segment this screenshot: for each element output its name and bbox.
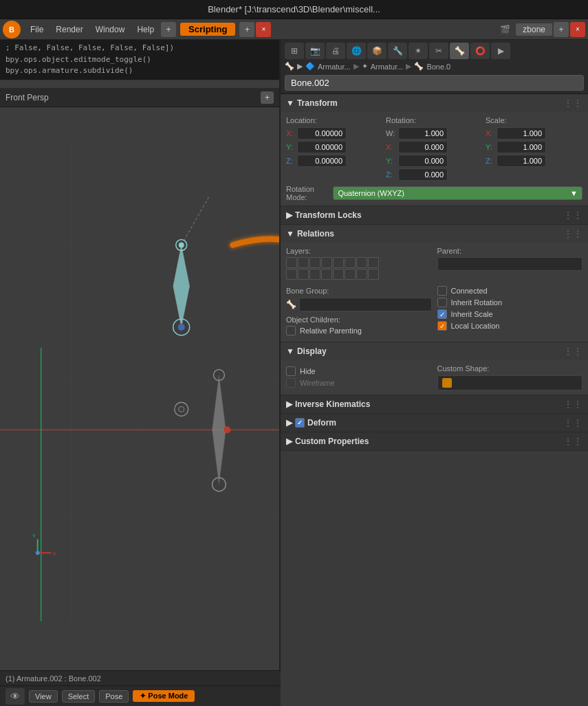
scale-y-label: Y: bbox=[486, 143, 495, 151]
section-relations-header[interactable]: ▼ Relations ⋮⋮ bbox=[281, 225, 588, 243]
layer-2[interactable] bbox=[298, 257, 309, 268]
menu-help[interactable]: Help bbox=[131, 23, 160, 36]
prop-tab-scene[interactable]: ⊞ bbox=[285, 43, 304, 59]
workspace-add-before[interactable]: + bbox=[161, 22, 176, 37]
hide-cb[interactable] bbox=[286, 366, 296, 376]
layer-9[interactable] bbox=[286, 269, 297, 280]
view-menu[interactable]: View bbox=[29, 690, 58, 703]
loc-y-field[interactable]: 0.00000 bbox=[297, 141, 347, 153]
viewport-content[interactable]: X Y bbox=[0, 107, 279, 657]
code-editor: ; False, False, False, False, False]) bp… bbox=[0, 40, 279, 80]
custom-shape-label: Custom Shape: bbox=[437, 364, 583, 373]
loc-x-field[interactable]: 0.00000 bbox=[297, 127, 347, 140]
inherit-scale-label: Inherit Scale bbox=[451, 310, 493, 318]
scene-icon[interactable]: 🎬 bbox=[495, 21, 514, 38]
rot-y-field[interactable]: 0.000 bbox=[398, 155, 448, 167]
section-transform-header[interactable]: ▼ Transform ⋮⋮ bbox=[281, 94, 588, 112]
section-custom-props-header[interactable]: ▶ Custom Properties ⋮⋮ bbox=[281, 432, 588, 450]
prop-tab-constraints[interactable]: ⭕ bbox=[470, 43, 490, 59]
layer-1[interactable] bbox=[286, 257, 297, 268]
prop-tab-output[interactable]: 🖨 bbox=[326, 43, 345, 59]
layer-5[interactable] bbox=[333, 257, 344, 268]
section-transform: ▼ Transform ⋮⋮ Location: Rotation: Scale… bbox=[281, 94, 588, 206]
layer-10[interactable] bbox=[298, 269, 309, 280]
bone-group-icon: 🦴 bbox=[286, 300, 296, 309]
inherit-rotation-cb[interactable] bbox=[437, 298, 447, 307]
select-menu[interactable]: Select bbox=[62, 690, 96, 703]
prop-tab-view[interactable]: 🌐 bbox=[347, 43, 366, 59]
menu-window[interactable]: Window bbox=[90, 23, 131, 36]
scene-tab[interactable]: zbone bbox=[516, 23, 552, 36]
deform-arrow: ▶ bbox=[286, 418, 292, 428]
prop-tab-physics[interactable]: ✂ bbox=[429, 43, 448, 59]
scene-add[interactable]: + bbox=[554, 22, 569, 37]
bone-group-input[interactable] bbox=[299, 298, 432, 311]
pose-mode-btn[interactable]: ✦ Pose Mode bbox=[133, 690, 195, 702]
breadcrumb-arm1: 🔷 bbox=[305, 62, 315, 71]
section-deform: ▶ ✓ Deform ⋮⋮ bbox=[281, 414, 588, 432]
local-location-label: Local Location bbox=[451, 322, 500, 330]
layer-14[interactable] bbox=[345, 269, 356, 280]
breadcrumb: 🦴 ▶ 🔷 Armatur... ▶ ✦ Armatur... ▶ 🦴 Bone… bbox=[285, 62, 584, 71]
layer-4[interactable] bbox=[321, 257, 332, 268]
section-deform-header[interactable]: ▶ ✓ Deform ⋮⋮ bbox=[281, 414, 588, 432]
rot-z-field[interactable]: 0.000 bbox=[398, 168, 448, 181]
layer-3[interactable] bbox=[309, 257, 320, 268]
section-transform-locks-header[interactable]: ▶ Transform Locks ⋮⋮ bbox=[281, 206, 588, 224]
layer-16[interactable] bbox=[368, 269, 379, 280]
prop-tab-bone[interactable]: 🦴 bbox=[450, 43, 469, 59]
layer-8[interactable] bbox=[368, 257, 379, 268]
layer-7[interactable] bbox=[356, 257, 367, 268]
prop-tab-modifiers[interactable]: 🔧 bbox=[388, 43, 407, 59]
inherit-scale-cb[interactable]: ✓ bbox=[437, 309, 447, 319]
ik-arrow: ▶ bbox=[286, 399, 292, 409]
custom-props-title: Custom Properties bbox=[295, 437, 369, 446]
rot-w-label: W: bbox=[386, 129, 397, 137]
workspace-close[interactable]: × bbox=[256, 22, 271, 37]
scene-close[interactable]: × bbox=[570, 22, 585, 37]
parent-field[interactable] bbox=[437, 257, 583, 271]
section-display-header[interactable]: ▼ Display ⋮⋮ bbox=[281, 342, 588, 360]
scale-y-field[interactable]: 1.000 bbox=[497, 141, 546, 153]
inherit-rotation-label: Inherit Rotation bbox=[451, 298, 503, 307]
local-location-cb[interactable]: ✓ bbox=[437, 321, 447, 331]
grid-canvas bbox=[0, 107, 279, 657]
connected-cb[interactable] bbox=[437, 286, 447, 296]
prop-tab-data[interactable]: ▶ bbox=[491, 43, 510, 59]
scale-z-field[interactable]: 1.000 bbox=[497, 155, 546, 167]
viewport-icon[interactable]: 👁 bbox=[6, 688, 25, 705]
relations-arrow: ▼ bbox=[286, 229, 294, 239]
viewport-add-btn2[interactable]: + bbox=[261, 91, 274, 104]
loc-z-field[interactable]: 0.00000 bbox=[297, 155, 347, 167]
section-relations: ▼ Relations ⋮⋮ Layers: bbox=[281, 225, 588, 342]
section-ik-header[interactable]: ▶ Inverse Kinematics ⋮⋮ bbox=[281, 395, 588, 413]
rotation-mode-label: Rotation Mode: bbox=[286, 185, 329, 201]
rot-w-field[interactable]: 1.000 bbox=[398, 127, 448, 140]
prop-tab-render[interactable]: 📷 bbox=[305, 43, 325, 59]
deform-cb[interactable]: ✓ bbox=[295, 418, 305, 428]
section-display-content: Hide Wireframe Custom Shape: bbox=[281, 360, 588, 395]
workspace-scripting[interactable]: Scripting bbox=[180, 23, 235, 36]
layer-12[interactable] bbox=[321, 269, 332, 280]
layer-13[interactable] bbox=[333, 269, 344, 280]
layer-11[interactable] bbox=[309, 269, 320, 280]
pose-menu[interactable]: Pose bbox=[99, 690, 129, 703]
rotation-mode-select[interactable]: Quaternion (WXYZ) ▼ bbox=[333, 186, 582, 200]
wireframe-cb[interactable] bbox=[286, 378, 296, 388]
statusbar: (1) Armature.002 : Bone.002 bbox=[0, 670, 281, 685]
bone-group-row: Bone Group: bbox=[286, 287, 432, 295]
workspace-add-after[interactable]: + bbox=[239, 22, 254, 37]
bone-name-input[interactable] bbox=[285, 75, 584, 91]
menu-file[interactable]: File bbox=[25, 23, 49, 36]
menu-render[interactable]: Render bbox=[50, 23, 88, 36]
custom-shape-field[interactable] bbox=[437, 375, 583, 390]
layer-6[interactable] bbox=[345, 257, 356, 268]
section-relations-content: Layers: bbox=[281, 243, 588, 342]
layer-15[interactable] bbox=[356, 269, 367, 280]
relative-parenting-cb[interactable] bbox=[286, 326, 296, 335]
prop-tab-particles[interactable]: ✶ bbox=[409, 43, 428, 59]
scale-x-field[interactable]: 1.000 bbox=[497, 127, 546, 140]
rot-x-field[interactable]: 0.000 bbox=[398, 141, 448, 153]
prop-tab-object[interactable]: 📦 bbox=[367, 43, 386, 59]
location-label: Location: bbox=[286, 116, 383, 124]
